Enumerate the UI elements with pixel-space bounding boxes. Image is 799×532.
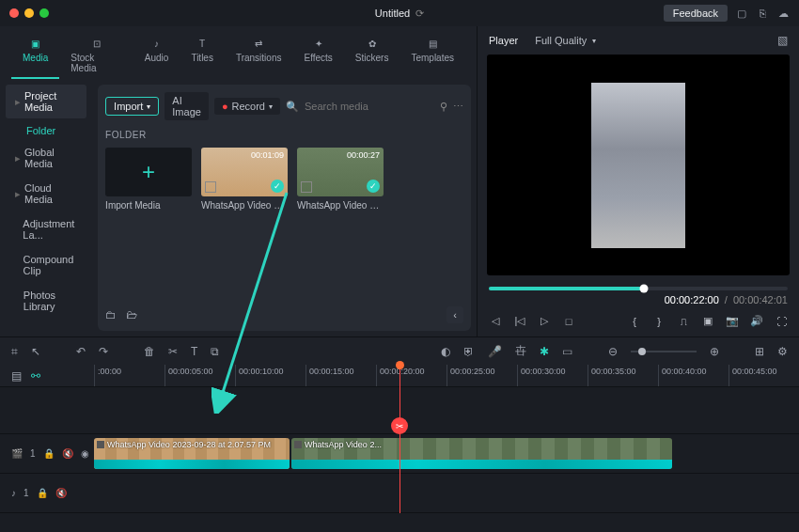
clip-icon <box>294 441 302 448</box>
text-tool-icon[interactable]: T <box>191 345 197 358</box>
search-icon: 🔍 <box>286 101 299 113</box>
media-item[interactable]: 00:01:09✓ WhatsApp Video 202... <box>201 148 288 211</box>
check-icon: ✓ <box>367 180 380 193</box>
current-time: 00:00:22:00 <box>665 294 719 305</box>
settings-icon[interactable]: ⚙ <box>777 345 788 358</box>
split-button[interactable]: ✂ <box>168 345 178 358</box>
mark-in-button[interactable]: { <box>628 316 641 327</box>
quality-select[interactable]: Full Quality▾ <box>535 35 596 46</box>
stop-button[interactable]: □ <box>562 316 575 327</box>
sync-icon: ⟳ <box>415 8 424 20</box>
sidebar-item-adjustment-layer[interactable]: Adjustment La... <box>6 212 86 246</box>
zoom-in-button[interactable]: ⊕ <box>710 345 719 358</box>
sidebar-item-cloud-media[interactable]: ▸Cloud Media <box>6 177 86 211</box>
cut-marker-icon[interactable]: ✂ <box>391 417 408 434</box>
adjust-icon[interactable]: ◐ <box>441 345 450 358</box>
link-toggle-icon[interactable]: ⚯ <box>31 369 40 383</box>
feedback-button[interactable]: Feedback <box>664 5 728 22</box>
ai-image-button[interactable]: AI Image <box>164 92 209 120</box>
crop-icon[interactable]: ▣ <box>701 315 714 327</box>
eye-icon[interactable]: ◉ <box>81 448 89 459</box>
play-button[interactable]: ▷ <box>538 315 551 327</box>
select-tool-icon[interactable]: ↖ <box>31 345 40 358</box>
track-header-icon[interactable]: ▤ <box>11 369 22 383</box>
video-track-content[interactable]: WhatsApp Video 2023-09-28 at 2.07.57 PM … <box>94 434 799 473</box>
close-window[interactable] <box>9 8 19 18</box>
clip-icon <box>97 441 104 448</box>
tab-templates[interactable]: ▤Templates <box>400 32 465 79</box>
export-icon[interactable]: ⎘ <box>756 7 769 20</box>
video-clip[interactable]: WhatsApp Video 2023-09-28 at 2.07.57 PM <box>94 438 290 469</box>
total-time: 00:00:42:01 <box>733 294 788 305</box>
tab-stock-media[interactable]: ⊡Stock Media <box>59 32 133 79</box>
shield-icon[interactable]: ⛨ <box>463 345 475 358</box>
plus-icon: + <box>142 159 155 185</box>
scrubber[interactable] <box>489 287 788 290</box>
collapse-sidebar-button[interactable]: ‹ <box>446 306 463 323</box>
record-button[interactable]: ●Record▾ <box>214 98 280 115</box>
prev-frame-button[interactable]: ◁ <box>489 315 502 327</box>
tab-titles[interactable]: TTitles <box>180 32 225 79</box>
magnet-icon[interactable]: ⌗ <box>11 345 18 358</box>
tab-audio[interactable]: ♪Audio <box>133 32 180 79</box>
cloud-icon[interactable]: ☁ <box>776 7 790 20</box>
camera-icon[interactable]: 📷 <box>726 315 739 327</box>
video-clip[interactable]: WhatsApp Video 2... <box>291 438 672 469</box>
volume-icon[interactable]: 🔊 <box>750 315 763 327</box>
audio-track-icon: ♪ <box>11 488 16 498</box>
video-frame <box>591 83 685 248</box>
render-icon[interactable]: ▭ <box>562 345 572 358</box>
folder-heading: FOLDER <box>105 130 463 140</box>
zoom-out-button[interactable]: ⊖ <box>608 345 618 358</box>
maximize-window[interactable] <box>39 8 49 18</box>
mark-out-button[interactable]: } <box>652 316 666 327</box>
playhead[interactable] <box>400 365 400 513</box>
tab-stickers[interactable]: ✿Stickers <box>344 32 400 79</box>
folder-icon[interactable]: 🗀 <box>105 308 117 321</box>
mixer-icon[interactable]: 卋 <box>515 343 526 359</box>
lock-icon[interactable]: 🔒 <box>37 488 48 498</box>
mic-icon[interactable]: 🎤 <box>488 345 502 358</box>
sidebar-item-project-media[interactable]: ▸Project Media <box>6 85 86 118</box>
tab-transitions[interactable]: ⇄Transitions <box>225 32 293 79</box>
lock-icon[interactable]: 🔒 <box>43 448 55 459</box>
mute-icon[interactable]: 🔇 <box>55 488 67 498</box>
sidebar-item-global-media[interactable]: ▸Global Media <box>6 141 86 175</box>
tab-effects[interactable]: ✦Effects <box>292 32 343 79</box>
audio-track-content[interactable] <box>94 474 799 512</box>
marker-icon[interactable]: ⎍ <box>677 316 690 327</box>
zoom-slider[interactable] <box>631 351 697 352</box>
filter-icon[interactable]: ⚲ <box>440 101 447 113</box>
media-panel: ▣Media ⊡Stock Media ♪Audio TTitles ⇄Tran… <box>0 26 478 336</box>
redo-button[interactable]: ↷ <box>99 345 108 358</box>
step-back-button[interactable]: |◁ <box>513 315 526 327</box>
auto-icon[interactable]: ✱ <box>540 345 549 358</box>
undo-button[interactable]: ↶ <box>76 345 86 358</box>
document-title: Untitled <box>375 8 410 19</box>
player-label: Player <box>489 35 518 46</box>
fullscreen-icon[interactable]: ⛶ <box>775 316 788 327</box>
snapshot-icon[interactable]: ▧ <box>777 34 788 47</box>
link-icon[interactable]: ⧉ <box>211 345 219 358</box>
tab-media[interactable]: ▣Media <box>11 32 59 79</box>
video-preview[interactable] <box>487 55 790 275</box>
window-controls <box>9 8 49 18</box>
minimize-window[interactable] <box>24 8 34 18</box>
import-media-card[interactable]: + Import Media <box>105 148 192 211</box>
import-button[interactable]: Import▾ <box>105 97 159 116</box>
timeline-tracks: ✂ 🎬 1 🔒 🔇 ◉ WhatsApp Video 2023-09-28 at… <box>0 387 799 513</box>
delete-button[interactable]: 🗑 <box>144 345 155 358</box>
media-browser: Import▾ AI Image ●Record▾ 🔍 ⚲ ⋯ FOLDER +… <box>98 85 471 331</box>
more-icon[interactable]: ⋯ <box>453 101 463 113</box>
mute-icon[interactable]: 🔇 <box>62 448 73 459</box>
aspect-icon <box>301 181 312 193</box>
titlebar: Untitled ⟳ Feedback ▢ ⎘ ☁ <box>0 0 799 26</box>
grid-icon[interactable]: ⊞ <box>755 345 764 358</box>
sidebar-item-compound-clip[interactable]: Compound Clip <box>6 248 86 282</box>
layout-icon[interactable]: ▢ <box>735 7 748 20</box>
search-input[interactable] <box>305 101 434 112</box>
new-folder-icon[interactable]: 🗁 <box>126 308 137 321</box>
sidebar-sub-folder[interactable]: Folder <box>6 120 86 141</box>
media-item[interactable]: 00:00:27✓ WhatsApp Video 202... <box>297 148 384 211</box>
sidebar-item-photos-library[interactable]: Photos Library <box>6 284 86 318</box>
